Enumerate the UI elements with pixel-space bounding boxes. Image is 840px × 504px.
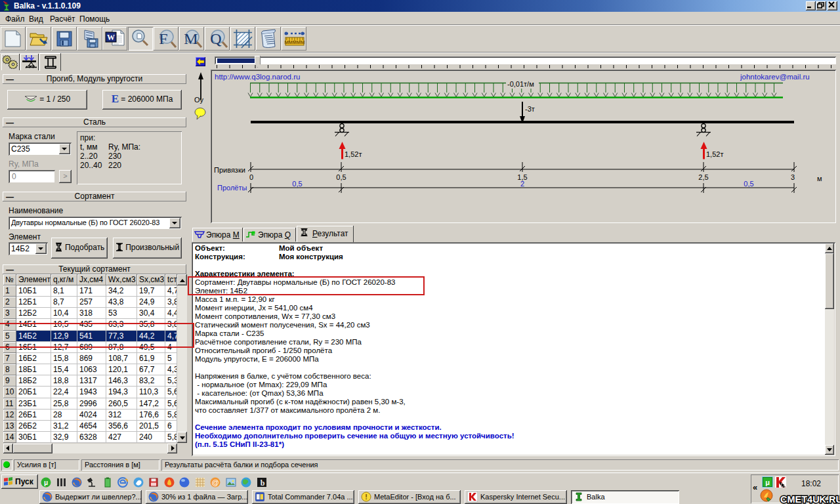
svg-text:-0,01т/м: -0,01т/м [507,80,534,88]
svg-text:2: 2 [520,180,524,188]
svg-text:!: ! [365,493,368,501]
svg-text:μ: μ [765,478,770,486]
svg-text:W: W [107,33,115,42]
svg-text:b: b [261,478,265,488]
svg-text:0: 0 [249,173,253,181]
svg-text:@: @ [212,478,219,486]
svg-text:0,5: 0,5 [744,180,753,188]
svg-text:Пролёты: Пролёты [217,184,247,192]
svg-text:0,5: 0,5 [336,173,346,181]
svg-text:МММММ: МММММ [284,39,304,45]
svg-text:0,5: 0,5 [292,180,302,188]
svg-text:1,52т: 1,52т [345,150,362,158]
svg-text:м: м [817,175,822,182]
svg-text:F: F [159,30,167,47]
svg-text:3: 3 [791,173,795,181]
svg-text:-3т: -3т [525,105,535,113]
svg-text:M: M [184,30,198,47]
svg-text:μ: μ [44,479,48,486]
svg-text:2,5: 2,5 [698,173,708,181]
svg-text:Q: Q [210,30,221,47]
svg-text:Привязки: Привязки [214,166,245,174]
svg-text:1,52т: 1,52т [706,150,723,158]
